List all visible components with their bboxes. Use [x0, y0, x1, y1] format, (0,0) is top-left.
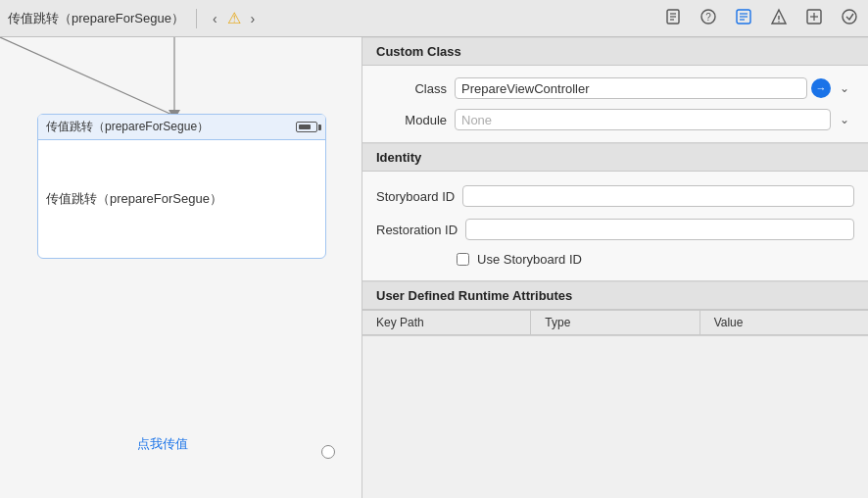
class-field-value: PrepareViewController — [461, 81, 590, 96]
class-field-label: Class — [376, 81, 447, 96]
identity-inspector-button[interactable] — [733, 6, 754, 31]
canvas-panel: 传值跳转（prepareForSegue） 传值跳转（prepareForSeg… — [0, 37, 362, 498]
module-input-wrapper: ⌄ — [455, 109, 854, 130]
storyboard-id-input[interactable] — [462, 185, 854, 207]
toolbar-title: 传值跳转（prepareForSegue） — [8, 10, 184, 27]
module-field-row: Module ⌄ — [376, 109, 854, 130]
vc-link-text[interactable]: 点我传值 — [137, 435, 188, 453]
storyboard-id-label: Storyboard ID — [376, 189, 455, 204]
size-inspector-button[interactable] — [803, 6, 825, 31]
battery-icon — [296, 122, 317, 132]
use-storyboard-id-checkbox[interactable] — [457, 253, 469, 266]
col-key-path: Key Path — [362, 311, 531, 334]
class-field-row: Class PrepareViewController → ⌄ — [376, 77, 854, 99]
toolbar: 传值跳转（prepareForSegue） ‹ ⚠ › ? — [0, 0, 868, 37]
toolbar-left: 传值跳转（prepareForSegue） ‹ ⚠ › — [8, 9, 662, 28]
restoration-id-input[interactable] — [465, 219, 854, 240]
col-value: Value — [700, 311, 868, 334]
storyboard-id-input-wrapper — [462, 185, 854, 207]
class-input-wrapper: PrepareViewController → ⌄ — [455, 77, 854, 99]
vc-content: 传值跳转（prepareForSegue） — [38, 140, 325, 258]
canvas-diagram-svg — [0, 37, 362, 125]
col-type: Type — [531, 311, 699, 334]
user-defined-section-header: User Defined Runtime Attributes — [362, 281, 868, 310]
custom-class-section-header: Custom Class — [362, 37, 868, 66]
restoration-id-label: Restoration ID — [376, 223, 458, 237]
vc-header-title: 传值跳转（prepareForSegue） — [46, 119, 209, 135]
restoration-id-row: Restoration ID — [376, 219, 854, 240]
identity-section-header: Identity — [362, 143, 868, 172]
custom-class-fields: Class PrepareViewController → ⌄ Module ⌄ — [362, 66, 868, 142]
module-dropdown-icon[interactable]: ⌄ — [835, 110, 854, 129]
use-storyboard-id-label: Use Storyboard ID — [477, 252, 582, 267]
toolbar-divider — [196, 9, 197, 28]
identity-section: Identity Storyboard ID Restoration ID — [362, 143, 868, 281]
svg-point-12 — [778, 21, 780, 23]
inspector-panel: Custom Class Class PrepareViewController… — [362, 37, 868, 498]
module-field-label: Module — [376, 113, 447, 127]
svg-text:?: ? — [705, 12, 711, 23]
custom-class-section: Custom Class Class PrepareViewController… — [362, 37, 868, 143]
nav-forward-button[interactable]: › — [247, 9, 260, 28]
class-dropdown-icon[interactable]: ⌄ — [835, 78, 854, 98]
toolbar-right: ? — [662, 6, 860, 31]
connections-inspector-button[interactable] — [839, 6, 860, 31]
attributes-icon-button[interactable] — [768, 6, 790, 31]
use-storyboard-id-row: Use Storyboard ID — [376, 252, 854, 267]
vc-header: 传值跳转（prepareForSegue） — [38, 115, 325, 140]
file-icon-button[interactable] — [662, 6, 684, 31]
help-icon-button[interactable]: ? — [698, 6, 719, 31]
restoration-id-input-wrapper — [465, 219, 854, 240]
nav-back-button[interactable]: ‹ — [209, 9, 221, 28]
main-content: 传值跳转（prepareForSegue） 传值跳转（prepareForSeg… — [0, 37, 868, 498]
connector-circle — [321, 445, 335, 459]
user-defined-section: User Defined Runtime Attributes Key Path… — [362, 281, 868, 336]
module-field-input[interactable] — [455, 109, 831, 130]
svg-line-17 — [0, 37, 174, 116]
svg-point-16 — [843, 10, 856, 24]
class-field-display: PrepareViewController — [455, 77, 807, 99]
class-navigate-button[interactable]: → — [811, 78, 831, 98]
vc-label: 传值跳转（prepareForSegue） — [46, 190, 222, 208]
view-controller-box: 传值跳转（prepareForSegue） 传值跳转（prepareForSeg… — [37, 114, 326, 259]
identity-fields: Storyboard ID Restoration ID Use Storybo… — [362, 172, 868, 280]
warning-icon: ⚠ — [227, 9, 241, 27]
storyboard-id-row: Storyboard ID — [376, 185, 854, 207]
user-defined-table-header: Key Path Type Value — [362, 310, 868, 335]
